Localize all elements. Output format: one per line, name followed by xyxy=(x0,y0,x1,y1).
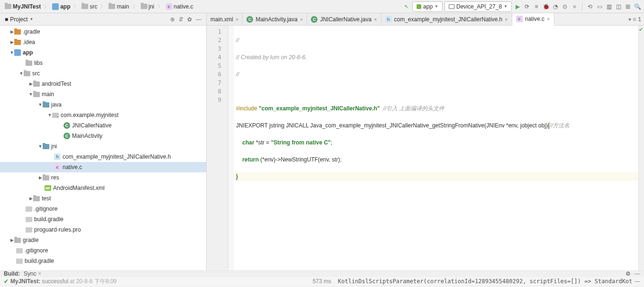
sdk-icon[interactable]: ▥ xyxy=(605,3,613,10)
breadcrumb-file[interactable]: cnative.c xyxy=(164,2,195,11)
tree-node-gitignore[interactable]: .gitignore xyxy=(0,204,206,214)
code-text[interactable]: // // Created by lum on 20-8-6. // #incl… xyxy=(234,26,644,270)
breadcrumb-main[interactable]: main xyxy=(107,2,131,11)
breadcrumb-src[interactable]: src xyxy=(80,2,99,11)
fold-gutter xyxy=(228,26,234,270)
tree-node-libs[interactable]: libs xyxy=(0,58,206,68)
arrow-icon: ▼ xyxy=(38,144,43,149)
debug-icon[interactable]: 🐞 xyxy=(542,3,550,10)
run-icon[interactable]: ▶ xyxy=(514,3,521,10)
gear-icon[interactable]: ✿ xyxy=(187,16,192,23)
android-icon xyxy=(417,4,421,9)
folder-icon xyxy=(43,175,49,180)
hide-icon[interactable]: — xyxy=(635,270,640,277)
avd-icon[interactable]: ▭ xyxy=(596,3,603,10)
layout-icon[interactable]: ⊞ xyxy=(624,3,632,10)
tree-node-jnicaller[interactable]: CJNICallerNative xyxy=(0,120,206,131)
build-log-line: KotlinDslScriptsParameter(correlationId=… xyxy=(338,278,632,285)
tree-node-manifest[interactable]: MFAndroidManifest.xml xyxy=(0,183,206,193)
build-result: successful xyxy=(42,278,68,285)
tree-node-buildgradle[interactable]: build.gradle xyxy=(0,214,206,224)
stop-icon[interactable]: ■ xyxy=(571,3,578,10)
profile-icon[interactable]: ◔ xyxy=(552,3,559,10)
make-icon[interactable]: ↖ xyxy=(403,3,410,10)
folder-icon xyxy=(14,238,21,243)
folder-icon xyxy=(33,81,40,87)
check-icon: ✔ xyxy=(639,27,643,33)
package-icon xyxy=(52,113,59,118)
tree-node-header[interactable]: hcom_example_myjnitest_JNICallerNative.h xyxy=(0,152,206,162)
hide-icon[interactable]: — xyxy=(196,16,201,23)
code-editor[interactable]: 123456789 // // Created by lum on 20-8-6… xyxy=(207,26,644,270)
resource-icon[interactable]: ◫ xyxy=(615,3,622,10)
folder-icon xyxy=(14,40,21,45)
close-icon[interactable]: × xyxy=(547,16,550,22)
hide-icon[interactable]: — xyxy=(635,278,640,285)
close-icon[interactable]: × xyxy=(236,17,238,22)
tree-node-gradledir[interactable]: ▶gradle xyxy=(0,235,206,245)
select-opened-icon[interactable]: ⊕ xyxy=(170,16,175,23)
tree-node-package[interactable]: ▼com.example.myjnitest xyxy=(0,110,206,120)
close-icon[interactable]: × xyxy=(505,17,508,22)
tree-node-src[interactable]: ▼src xyxy=(0,68,206,79)
apply-code-icon[interactable]: ≡ xyxy=(533,3,540,10)
project-view-selector[interactable]: ■ Project ▼ xyxy=(5,16,34,23)
manifest-icon: MF xyxy=(45,185,51,191)
module-icon xyxy=(14,49,21,56)
tree-node-mainactivity[interactable]: CMainActivity xyxy=(0,131,206,141)
gear-icon[interactable]: ⚙ xyxy=(626,270,631,277)
h-file-icon: h xyxy=(54,153,61,160)
build-time: at 20-8-6 下午8:09 xyxy=(70,278,117,286)
search-icon[interactable]: 🔍 xyxy=(634,3,641,10)
project-tree[interactable]: ▶.gradle ▶.idea ▼app libs ▼src ▶androidT… xyxy=(0,26,206,270)
attach-debugger-icon[interactable]: ⊙ xyxy=(561,3,569,10)
c-file-icon: c xyxy=(54,164,61,170)
error-stripe[interactable]: ✔ xyxy=(638,26,644,270)
chevron-right-icon: 〉 xyxy=(44,3,49,10)
toolbar-actions: ↖ app▼ Device_API_27_8▼ ▶ ⟳ ≡ 🐞 ◔ ⊙ ■ ⟲ … xyxy=(403,1,641,12)
tree-node-buildgradle2[interactable]: build.gradle xyxy=(0,256,206,266)
close-icon[interactable]: × xyxy=(300,17,303,22)
tree-node-gitignore2[interactable]: .gitignore xyxy=(0,245,206,256)
tree-node-jni[interactable]: ▼jni xyxy=(0,141,206,152)
tree-node-app[interactable]: ▼app xyxy=(0,47,206,58)
tab-header[interactable]: hcom_example_myjnitest_JNICallerNative.h… xyxy=(381,13,512,25)
tab-overflow[interactable]: ▾ ≡ 1 xyxy=(626,13,644,25)
folder-icon xyxy=(33,196,40,201)
folder-icon xyxy=(26,61,32,66)
folder-icon xyxy=(43,102,49,108)
build-label: Build: xyxy=(4,270,20,277)
chevron-down-icon: ▼ xyxy=(504,4,508,9)
breadcrumb-jni[interactable]: jni xyxy=(139,2,156,11)
tree-node-main[interactable]: ▼main xyxy=(0,89,206,99)
arrow-icon: ▼ xyxy=(9,50,14,55)
arrow-icon: ▶ xyxy=(38,175,43,180)
build-duration: 573 ms xyxy=(313,278,331,285)
tree-node-idea[interactable]: ▶.idea xyxy=(0,37,206,47)
expand-icon[interactable]: ⇵ xyxy=(179,16,183,23)
tree-node-res[interactable]: ▶res xyxy=(0,172,206,183)
class-icon: C xyxy=(311,16,317,23)
tab-mainactivity[interactable]: CMainActivity.java× xyxy=(243,13,307,25)
tab-nativec[interactable]: cnative.c× xyxy=(512,13,554,26)
tree-node-test[interactable]: ▶test xyxy=(0,193,206,204)
tab-jnicaller[interactable]: CJNICallerNative.java× xyxy=(307,13,381,25)
chevron-down-icon: ▼ xyxy=(30,17,34,21)
editor-tabs: main.xml× CMainActivity.java× CJNICaller… xyxy=(207,13,644,26)
sync-tab[interactable]: Sync × xyxy=(24,270,41,277)
device-dropdown[interactable]: Device_API_27_8▼ xyxy=(444,1,512,12)
breadcrumb-root[interactable]: MyJNITest xyxy=(3,2,43,11)
tree-node-proguard[interactable]: proguard-rules.pro xyxy=(0,224,206,235)
run-config-dropdown[interactable]: app▼ xyxy=(412,1,443,12)
tab-mainxml[interactable]: main.xml× xyxy=(207,13,243,25)
tree-node-gradle[interactable]: ▶.gradle xyxy=(0,27,206,37)
tree-node-nativec[interactable]: cnative.c xyxy=(0,162,206,172)
breadcrumb: MyJNITest 〉 app 〉 src 〉 main 〉 jni 〉 cna… xyxy=(3,2,403,11)
tree-node-androidtest[interactable]: ▶androidTest xyxy=(0,79,206,89)
sync-icon[interactable]: ⟲ xyxy=(586,3,594,10)
close-icon[interactable]: × xyxy=(374,17,377,22)
apply-changes-icon[interactable]: ⟳ xyxy=(523,3,531,10)
tree-node-java[interactable]: ▼java xyxy=(0,99,206,110)
breadcrumb-app[interactable]: app xyxy=(50,2,72,11)
build-header: Build: Sync × ⚙ — xyxy=(0,270,644,277)
